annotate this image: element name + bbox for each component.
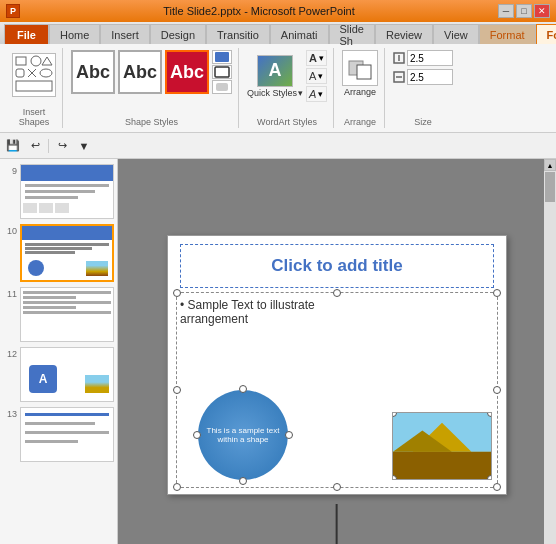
canvas-area: Click to add title • Sample Text to — [118, 159, 556, 544]
tab-review[interactable]: Review — [375, 24, 433, 44]
svg-point-6 — [40, 69, 52, 77]
scroll-thumb-v[interactable] — [545, 172, 555, 202]
tab-view[interactable]: View — [433, 24, 479, 44]
quick-styles-label: Quick Styles — [247, 88, 297, 98]
ribbon: File Home Insert Design Transitio Animat… — [0, 22, 556, 133]
slide-thumb-13[interactable]: 13 — [2, 406, 115, 463]
tab-design[interactable]: Design — [150, 24, 206, 44]
more-options-button[interactable]: ▼ — [75, 137, 93, 155]
group-insert-shapes: Insert Shapes — [6, 48, 63, 128]
group-label-shape-styles: Shape Styles — [65, 116, 238, 128]
slide-image-13[interactable] — [20, 407, 114, 462]
resize-handle-br[interactable] — [493, 483, 501, 491]
annotation-arrow: Selected Objects & Shapes — [260, 504, 415, 544]
shape-style-btn-3[interactable]: Abc — [165, 50, 209, 94]
group-shape-styles: Abc Abc Abc S — [65, 48, 239, 128]
group-size: Size — [387, 48, 459, 128]
slide-number-9: 9 — [3, 164, 17, 176]
quick-styles-btn[interactable]: A Quick Styles ▾ — [247, 55, 303, 98]
slide-number-10: 10 — [3, 224, 17, 236]
ribbon-content: Insert Shapes Abc Abc Abc — [0, 44, 556, 132]
arrange-btn[interactable]: Arrange — [342, 50, 378, 97]
svg-rect-3 — [16, 69, 24, 77]
slide-thumb-11[interactable]: 11 — [2, 286, 115, 343]
redo-button[interactable]: ↪ — [53, 137, 71, 155]
app-icon: P — [6, 4, 20, 18]
tab-file[interactable]: File — [4, 24, 49, 44]
svg-marker-2 — [42, 57, 52, 65]
resize-handle-mr[interactable] — [493, 386, 501, 394]
slide-image-9[interactable] — [20, 164, 114, 219]
text-effect-btn[interactable]: A ▾ — [306, 86, 327, 102]
tab-slideshow[interactable]: Slide Sh — [329, 24, 375, 44]
img-handle-tr[interactable] — [487, 412, 492, 417]
resize-handle-bc[interactable] — [333, 483, 341, 491]
slide-panel: 9 10 — [0, 159, 118, 544]
svg-rect-8 — [215, 52, 229, 62]
shape-style-btn-1[interactable]: Abc — [71, 50, 115, 94]
height-input-row — [393, 50, 453, 66]
slide-title-text: Click to add title — [271, 256, 402, 276]
shape-style-btn-2[interactable]: Abc — [118, 50, 162, 94]
vertical-scrollbar: ▲ ▼ — [544, 159, 556, 544]
circle-handle-t[interactable] — [239, 385, 247, 393]
slide-thumb-10[interactable]: 10 — [2, 223, 115, 283]
shape-outline-btn[interactable] — [212, 65, 232, 79]
slide-image-10[interactable] — [20, 224, 114, 282]
width-input[interactable] — [407, 69, 453, 85]
slide-thumb-12[interactable]: 12 A — [2, 346, 115, 403]
svg-rect-20 — [393, 452, 491, 479]
tab-format-1[interactable]: Format — [479, 24, 536, 44]
slide-image-11[interactable] — [20, 287, 114, 342]
shape-circle[interactable]: This is a sample text within a shape — [198, 390, 288, 480]
circle-handle-l[interactable] — [193, 431, 201, 439]
slide-number-13: 13 — [3, 407, 17, 419]
circle-handle-r[interactable] — [285, 431, 293, 439]
window-title: Title Slide2.pptx - Microsoft PowerPoint — [20, 5, 498, 17]
bullet-text: • Sample Text to illustrate arrangement — [180, 298, 376, 326]
img-handle-br[interactable] — [487, 475, 492, 480]
resize-handle-tc[interactable] — [333, 289, 341, 297]
text-outline-btn[interactable]: A ▾ — [306, 68, 327, 84]
group-label-insert-shapes: Insert Shapes — [6, 106, 62, 128]
tab-transitions[interactable]: Transitio — [206, 24, 270, 44]
circle-handle-b[interactable] — [239, 477, 247, 485]
img-handle-bl[interactable] — [392, 475, 397, 480]
ribbon-tab-bar: File Home Insert Design Transitio Animat… — [0, 22, 556, 44]
slide-number-11: 11 — [3, 287, 17, 299]
svg-rect-0 — [16, 57, 26, 65]
undo-button[interactable]: ↩ — [26, 137, 44, 155]
height-input[interactable] — [407, 50, 453, 66]
text-fill-btn[interactable]: A ▾ — [306, 50, 327, 66]
shape-fill-btn[interactable] — [212, 50, 232, 64]
save-button[interactable]: 💾 — [4, 137, 22, 155]
restore-button[interactable]: □ — [516, 4, 532, 18]
window-controls: ─ □ ✕ — [498, 4, 550, 18]
shape-image[interactable] — [392, 412, 492, 480]
group-arrange: Arrange Arrange — [336, 48, 385, 128]
minimize-button[interactable]: ─ — [498, 4, 514, 18]
resize-handle-tr[interactable] — [493, 289, 501, 297]
shape-circle-text: This is a sample text within a shape — [198, 422, 288, 448]
tab-insert[interactable]: Insert — [100, 24, 150, 44]
slide-thumb-9[interactable]: 9 — [2, 163, 115, 220]
slide-image-12[interactable]: A — [20, 347, 114, 402]
group-wordart-styles: A Quick Styles ▾ A ▾ A ▾ — [241, 48, 334, 128]
slide-number-12: 12 — [3, 347, 17, 359]
tab-format-2[interactable]: Format — [536, 24, 556, 44]
scroll-up-btn[interactable]: ▲ — [544, 159, 556, 171]
resize-handle-ml[interactable] — [173, 386, 181, 394]
resize-handle-bl[interactable] — [173, 483, 181, 491]
slide-title-placeholder[interactable]: Click to add title — [180, 244, 494, 288]
tab-home[interactable]: Home — [49, 24, 100, 44]
svg-rect-12 — [357, 65, 371, 79]
close-button[interactable]: ✕ — [534, 4, 550, 18]
shape-effect-btn[interactable] — [212, 80, 232, 94]
resize-handle-tl[interactable] — [173, 289, 181, 297]
svg-rect-9 — [215, 67, 229, 77]
bullet-text-area: • Sample Text to illustrate arrangement — [180, 298, 376, 326]
svg-rect-7 — [16, 81, 52, 91]
shape-selector[interactable] — [12, 53, 56, 97]
tab-animations[interactable]: Animati — [270, 24, 329, 44]
scroll-track-v — [544, 171, 556, 544]
